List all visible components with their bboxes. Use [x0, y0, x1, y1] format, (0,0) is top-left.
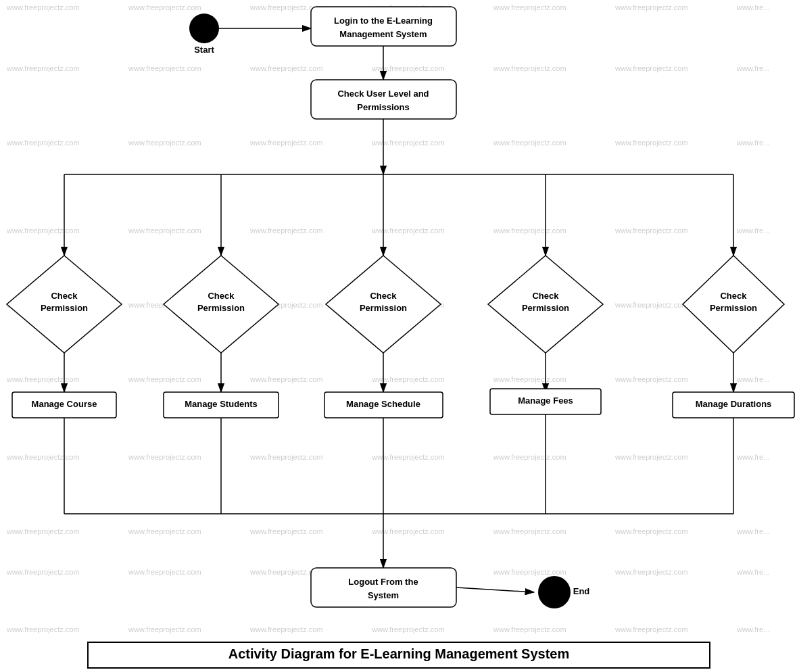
- svg-text:www.fre...: www.fre...: [736, 453, 769, 461]
- end-circle: [538, 576, 571, 608]
- diamond3-text2: Permission: [360, 303, 407, 313]
- diamond4-text2: Permission: [522, 303, 569, 313]
- check-user-text1: Check User Level and: [337, 89, 429, 99]
- svg-text:www.freeprojectz.com: www.freeprojectz.com: [371, 226, 445, 235]
- svg-text:www.freeprojectz.com: www.freeprojectz.com: [614, 301, 688, 309]
- manage-schedule-text: Manage Schedule: [346, 399, 420, 409]
- manage-fees-text: Manage Fees: [518, 395, 573, 406]
- svg-text:www.freeprojectz.com: www.freeprojectz.com: [493, 527, 566, 535]
- svg-text:www.freeprojectz.com: www.freeprojectz.com: [371, 453, 445, 461]
- title-text: Activity Diagram for E-Learning Manageme…: [228, 646, 570, 661]
- diamond4-text1: Check: [532, 291, 559, 301]
- svg-text:www.freeprojectz.com: www.freeprojectz.com: [6, 64, 80, 72]
- svg-text:www.fre...: www.fre...: [736, 375, 769, 383]
- svg-text:www.freeprojectz.com: www.freeprojectz.com: [493, 568, 566, 576]
- svg-text:www.freeprojectz.com: www.freeprojectz.com: [249, 139, 323, 147]
- svg-text:www.freeprojectz.com: www.freeprojectz.com: [614, 139, 688, 147]
- svg-text:www.freeprojectz.com: www.freeprojectz.com: [128, 453, 201, 461]
- svg-text:www.freeprojectz.com: www.freeprojectz.com: [6, 568, 80, 576]
- diamond3-text1: Check: [370, 291, 397, 301]
- diamond5-text1: Check: [720, 291, 747, 301]
- svg-text:www.fre...: www.fre...: [736, 625, 769, 633]
- svg-text:www.freeprojectz.com: www.freeprojectz.com: [128, 64, 201, 72]
- svg-text:www.freeprojectz.com: www.freeprojectz.com: [614, 64, 688, 72]
- svg-text:www.fre...: www.fre...: [736, 226, 769, 235]
- diamond1-text2: Permission: [41, 303, 88, 313]
- manage-students-text: Manage Students: [185, 399, 258, 409]
- login-text-line2: Management System: [339, 29, 427, 39]
- check-user-node: [311, 80, 456, 119]
- diamond2-text1: Check: [208, 291, 235, 301]
- svg-text:www.freeprojectz.com: www.freeprojectz.com: [128, 568, 201, 576]
- svg-text:www.freeprojectz.com: www.freeprojectz.com: [614, 625, 688, 633]
- svg-text:www.freeprojectz.com: www.freeprojectz.com: [6, 375, 80, 383]
- svg-text:www.fre...: www.fre...: [736, 527, 769, 535]
- svg-text:www.freeprojectz.com: www.freeprojectz.com: [614, 226, 688, 235]
- end-label: End: [573, 586, 590, 596]
- svg-text:www.freeprojectz.com: www.freeprojectz.com: [493, 375, 566, 383]
- svg-text:www.fre...: www.fre...: [736, 3, 769, 11]
- svg-text:www.freeprojectz.com: www.freeprojectz.com: [128, 527, 201, 535]
- svg-text:www.freeprojectz.com: www.freeprojectz.com: [371, 625, 445, 633]
- start-label: Start: [194, 45, 214, 55]
- svg-text:www.freeprojectz.com: www.freeprojectz.com: [614, 527, 688, 535]
- svg-text:www.freeprojectz.com: www.freeprojectz.com: [249, 375, 323, 383]
- svg-text:www.freeprojectz.com: www.freeprojectz.com: [493, 226, 566, 235]
- svg-text:www.freeprojectz.com: www.freeprojectz.com: [614, 375, 688, 383]
- diamond5-text2: Permission: [710, 303, 757, 313]
- svg-text:www.freeprojectz.com: www.freeprojectz.com: [249, 453, 323, 461]
- svg-text:www.freeprojectz.com: www.freeprojectz.com: [493, 3, 566, 11]
- svg-text:www.freeprojectz.com: www.freeprojectz.com: [128, 625, 201, 633]
- svg-text:www.fre...: www.fre...: [736, 64, 769, 72]
- svg-text:www.freeprojectz.com: www.freeprojectz.com: [249, 64, 323, 72]
- diagram-container: www.freeprojectz.com www.freeprojectz.co…: [0, 0, 797, 672]
- svg-text:www.freeprojectz.com: www.freeprojectz.com: [614, 3, 688, 11]
- svg-text:www.freeprojectz.com: www.freeprojectz.com: [6, 625, 80, 633]
- svg-text:www.freeprojectz.com: www.freeprojectz.com: [128, 226, 201, 235]
- arrow-logout-end: [456, 587, 534, 592]
- svg-text:www.freeprojectz.com: www.freeprojectz.com: [249, 625, 323, 633]
- manage-durations-text: Manage Durations: [696, 399, 772, 409]
- manage-course-text: Manage Course: [32, 399, 97, 409]
- svg-text:www.freeprojectz.com: www.freeprojectz.com: [493, 625, 566, 633]
- svg-text:www.freeprojectz.com: www.freeprojectz.com: [493, 139, 566, 147]
- logout-node: [311, 568, 456, 607]
- svg-text:www.freeprojectz.com: www.freeprojectz.com: [6, 139, 80, 147]
- diamond2-text2: Permission: [197, 303, 245, 313]
- logout-text2: System: [368, 590, 399, 600]
- svg-text:www.freeprojectz.com: www.freeprojectz.com: [371, 139, 445, 147]
- svg-text:www.freeprojectz.com: www.freeprojectz.com: [128, 3, 201, 11]
- svg-text:www.freeprojectz.com: www.freeprojectz.com: [493, 453, 566, 461]
- svg-text:www.freeprojectz.com: www.freeprojectz.com: [493, 64, 566, 72]
- svg-text:www.freeprojectz.com: www.freeprojectz.com: [6, 527, 80, 535]
- svg-text:www.freeprojectz.com: www.freeprojectz.com: [6, 3, 80, 11]
- diamond1-text1: Check: [51, 291, 78, 301]
- start-circle: [189, 14, 219, 43]
- svg-text:www.freeprojectz.com: www.freeprojectz.com: [371, 375, 445, 383]
- svg-text:www.freeprojectz.com: www.freeprojectz.com: [249, 226, 323, 235]
- svg-text:www.fre...: www.fre...: [736, 568, 769, 576]
- check-user-text2: Permissions: [357, 102, 409, 112]
- svg-text:www.freeprojectz.com: www.freeprojectz.com: [6, 453, 80, 461]
- svg-text:www.freeprojectz.com: www.freeprojectz.com: [128, 375, 201, 383]
- login-text-line1: Login to the E-Learning: [334, 16, 433, 26]
- logout-text1: Logout From the: [348, 577, 418, 587]
- svg-text:www.freeprojectz.com: www.freeprojectz.com: [249, 527, 323, 535]
- svg-text:www.freeprojectz.com: www.freeprojectz.com: [371, 527, 445, 535]
- svg-text:www.freeprojectz.com: www.freeprojectz.com: [6, 226, 80, 235]
- svg-text:www.fre...: www.fre...: [736, 139, 769, 147]
- svg-text:www.freeprojectz.com: www.freeprojectz.com: [128, 139, 201, 147]
- login-node: [311, 7, 456, 46]
- svg-text:www.freeprojectz.com: www.freeprojectz.com: [614, 568, 688, 576]
- svg-text:www.freeprojectz.com: www.freeprojectz.com: [614, 453, 688, 461]
- svg-text:www.freeprojectz.com: www.freeprojectz.com: [371, 64, 445, 72]
